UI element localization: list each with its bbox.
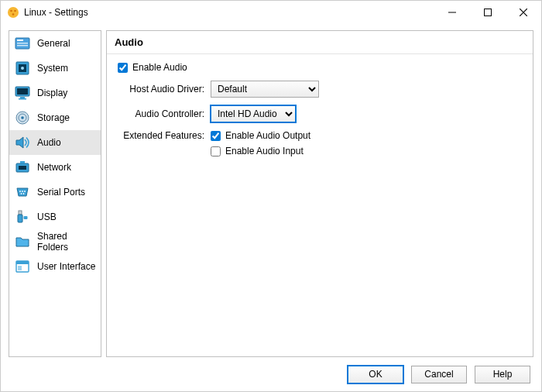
audio-controller-row: Audio Controller: Intel HD Audio [118,105,522,122]
minimize-icon [448,9,456,16]
footer: OK Cancel Help [1,357,541,391]
storage-icon [14,109,31,126]
host-driver-label: Host Audio Driver: [118,84,211,95]
help-button[interactable]: Help [475,366,530,383]
svg-rect-4 [485,9,492,16]
svg-rect-27 [19,211,22,215]
svg-rect-8 [17,45,28,46]
sidebar-item-label: System [37,63,68,74]
sidebar-item-label: USB [37,211,57,222]
enable-audio-input-row: Enable Audio Input [118,146,522,156]
sidebar-item-user-interface[interactable]: User Interface [9,254,101,279]
svg-rect-29 [24,216,28,219]
svg-point-25 [21,193,22,194]
cancel-button[interactable]: Cancel [411,366,467,383]
display-icon [14,84,31,101]
app-icon [7,6,19,19]
svg-point-24 [24,191,26,192]
sidebar-item-display[interactable]: Display [9,81,101,105]
svg-point-23 [22,191,23,192]
svg-point-18 [21,116,24,119]
enable-audio-row: Enable Audio [118,62,522,73]
sidebar-item-shared-folders[interactable]: Shared Folders [9,229,101,254]
titlebar: Linux - Settings [1,1,541,24]
sidebar-item-storage[interactable]: Storage [9,105,101,130]
svg-point-26 [23,193,25,194]
general-icon [14,35,31,52]
enable-audio-output-label: Enable Audio Output [225,130,310,141]
close-icon [520,9,527,16]
sidebar-item-label: Serial Ports [37,187,85,198]
sidebar-item-general[interactable]: General [9,31,101,56]
network-icon [14,159,31,176]
sidebar-item-label: Display [37,88,67,98]
body: General System Display Storage Audio Net… [1,24,541,357]
sidebar-item-audio[interactable]: Audio [9,130,101,155]
svg-rect-28 [18,215,22,222]
svg-rect-21 [20,161,25,163]
system-icon [14,60,31,77]
svg-rect-7 [17,43,28,44]
sidebar-item-serial-ports[interactable]: Serial Ports [9,180,101,205]
svg-rect-20 [19,166,26,170]
maximize-icon [484,9,492,16]
main-panel: Audio Enable Audio Host Audio Driver: De… [106,30,533,357]
sidebar-item-label: Shared Folders [37,231,96,253]
sidebar-item-label: Storage [37,112,70,123]
window-title: Linux - Settings [24,7,88,18]
svg-rect-6 [17,40,23,41]
enable-audio-input-checkbox[interactable] [211,146,221,156]
svg-point-1 [10,10,12,12]
svg-rect-14 [20,97,25,98]
svg-rect-13 [17,88,28,95]
audio-controller-select[interactable]: Intel HD Audio [211,105,296,122]
enable-audio-checkbox[interactable] [118,63,128,73]
sidebar-item-system[interactable]: System [9,56,101,81]
sidebar-item-label: User Interface [37,261,95,272]
serial-ports-icon [14,184,31,201]
close-button[interactable] [506,1,541,24]
sidebar-item-label: General [37,38,70,49]
enable-audio-output-checkbox[interactable] [211,131,221,141]
host-driver-row: Host Audio Driver: Default [118,81,522,98]
enable-audio-label: Enable Audio [132,62,187,73]
enable-audio-input-label: Enable Audio Input [225,146,304,156]
ok-button[interactable]: OK [348,366,403,383]
sidebar: General System Display Storage Audio Net… [9,30,101,357]
svg-rect-32 [18,266,22,270]
shared-folders-icon [14,233,31,250]
page-content: Enable Audio Host Audio Driver: Default … [107,54,533,356]
svg-rect-15 [19,98,26,100]
svg-rect-31 [16,261,29,264]
svg-point-11 [21,67,24,70]
maximize-button[interactable] [470,1,506,24]
extended-features-label: Extended Features: [118,130,211,141]
page-title: Audio [107,31,533,54]
svg-point-2 [14,10,16,12]
audio-controller-label: Audio Controller: [118,108,211,119]
sidebar-item-network[interactable]: Network [9,155,101,180]
sidebar-item-label: Audio [37,137,61,148]
user-interface-icon [14,258,31,275]
sidebar-item-usb[interactable]: USB [9,205,101,229]
minimize-button[interactable] [434,1,470,24]
extended-features-row: Extended Features: Enable Audio Output [118,130,522,141]
svg-point-3 [12,13,15,15]
usb-icon [14,208,31,225]
sidebar-item-label: Network [37,162,71,173]
settings-window: Linux - Settings General System Displ [0,0,542,392]
host-driver-select[interactable]: Default [211,81,319,98]
svg-point-22 [19,191,21,192]
svg-point-0 [8,7,19,18]
audio-icon [14,134,31,151]
